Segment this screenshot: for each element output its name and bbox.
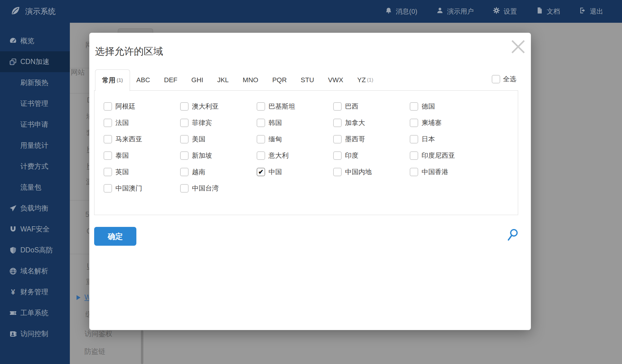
region-checkbox[interactable] (333, 102, 342, 111)
region-checkbox[interactable] (333, 151, 342, 160)
region-checkbox[interactable] (333, 135, 342, 143)
region-checkbox[interactable] (180, 135, 189, 143)
sidebar-item-5[interactable]: 用量统计 (0, 135, 70, 156)
sidebar-item-label: 访问控制 (20, 329, 48, 339)
brand[interactable]: 演示系统 (0, 5, 56, 18)
tab-GHI[interactable]: GHI (185, 76, 211, 84)
sidebar-item-3[interactable]: 证书管理 (0, 93, 70, 114)
region-item-24[interactable]: 中国香港 (410, 164, 486, 180)
gear-icon (493, 7, 500, 16)
region-checkbox[interactable] (410, 135, 418, 143)
region-checkbox[interactable] (410, 151, 418, 160)
region-item-4[interactable]: 德国 (410, 98, 486, 115)
region-checkbox[interactable] (333, 119, 342, 127)
region-checkbox[interactable] (410, 119, 418, 127)
region-checkbox[interactable] (257, 119, 265, 127)
region-item-7[interactable]: 韩国 (257, 115, 333, 131)
region-item-19[interactable]: 印度尼西亚 (410, 147, 486, 164)
sidebar-item-14[interactable]: 访问控制 (0, 323, 70, 344)
region-item-15[interactable]: 泰国 (104, 147, 180, 164)
region-item-0[interactable]: 阿根廷 (104, 98, 180, 115)
leaf-logo-icon (10, 5, 21, 18)
region-item-17[interactable]: 意大利 (257, 147, 333, 164)
region-item-26[interactable]: 中国台湾 (180, 180, 257, 197)
region-item-11[interactable]: 美国 (180, 131, 257, 147)
select-all-checkbox[interactable] (492, 75, 500, 83)
region-checkbox[interactable] (104, 184, 112, 193)
sidebar-item-label: 概览 (20, 36, 34, 46)
region-item-18[interactable]: 印度 (333, 147, 410, 164)
region-item-22[interactable]: ✔中国 (257, 164, 333, 180)
region-item-5[interactable]: 法国 (104, 115, 180, 131)
tab-VWX[interactable]: VWX (322, 76, 351, 84)
tab-label: MNO (243, 76, 258, 84)
nav-item-4[interactable]: 退出 (579, 7, 603, 16)
background-scrollbar[interactable] (141, 330, 143, 364)
region-checkbox[interactable] (104, 168, 112, 176)
close-icon[interactable] (510, 39, 526, 55)
region-checkbox[interactable] (104, 135, 112, 143)
region-item-10[interactable]: 马来西亚 (104, 131, 180, 147)
region-checkbox[interactable] (410, 102, 418, 111)
sidebar-item-0[interactable]: 概览 (0, 30, 70, 51)
nav-item-2[interactable]: 设置 (493, 7, 517, 16)
tab-JKL[interactable]: JKL (211, 76, 236, 84)
sidebar-item-6[interactable]: 计费方式 (0, 156, 70, 177)
nav-item-0[interactable]: 消息(0) (385, 7, 417, 16)
sidebar-item-13[interactable]: 工单系统 (0, 302, 70, 323)
region-checkbox[interactable] (104, 102, 112, 111)
sidebar-item-7[interactable]: 流量包 (0, 177, 70, 198)
tab-DEF[interactable]: DEF (158, 76, 185, 84)
sidebar-item-1[interactable]: CDN加速 (0, 51, 70, 72)
tab-MNO[interactable]: MNO (236, 76, 266, 84)
region-checkbox[interactable] (257, 102, 265, 111)
region-checkbox[interactable] (180, 184, 189, 193)
sidebar-item-label: 计费方式 (20, 162, 48, 171)
region-checkbox[interactable] (410, 168, 418, 176)
region-checkbox[interactable]: ✔ (257, 168, 265, 176)
tab-常用[interactable]: 常用(1) (95, 69, 130, 91)
sidebar-item-8[interactable]: 负载均衡 (0, 198, 70, 219)
region-item-6[interactable]: 菲律宾 (180, 115, 257, 131)
confirm-button[interactable]: 确定 (94, 227, 136, 246)
region-item-1[interactable]: 澳大利亚 (180, 98, 257, 115)
region-item-13[interactable]: 墨西哥 (333, 131, 410, 147)
sidebar-item-2[interactable]: 刷新预热 (0, 72, 70, 93)
tab-STU[interactable]: STU (294, 76, 322, 84)
region-checkbox[interactable] (180, 168, 189, 176)
region-item-9[interactable]: 柬埔寨 (410, 115, 486, 131)
region-item-25[interactable]: 中国澳门 (104, 180, 180, 197)
nav-item-label: 消息(0) (396, 7, 417, 16)
tab-PQR[interactable]: PQR (266, 76, 294, 84)
sidebar-item-10[interactable]: DDoS高防 (0, 240, 70, 261)
nav-item-3[interactable]: 文档 (536, 7, 560, 16)
tab-label: GHI (191, 76, 203, 84)
sidebar-item-9[interactable]: WAF安全 (0, 219, 70, 240)
region-item-12[interactable]: 缅甸 (257, 131, 333, 147)
region-item-14[interactable]: 日本 (410, 131, 486, 147)
tab-ABC[interactable]: ABC (130, 76, 158, 84)
region-item-8[interactable]: 加拿大 (333, 115, 410, 131)
search-icon[interactable] (507, 229, 518, 241)
region-item-20[interactable]: 英国 (104, 164, 180, 180)
region-checkbox[interactable] (180, 151, 189, 160)
region-item-23[interactable]: 中国内地 (333, 164, 410, 180)
region-checkbox[interactable] (104, 119, 112, 127)
region-label: 印度尼西亚 (422, 151, 455, 160)
sidebar-item-4[interactable]: 证书申请 (0, 114, 70, 135)
select-all[interactable]: 全选 (492, 75, 516, 84)
region-item-21[interactable]: 越南 (180, 164, 257, 180)
region-item-2[interactable]: 巴基斯坦 (257, 98, 333, 115)
region-checkbox[interactable] (180, 102, 189, 111)
region-item-3[interactable]: 巴西 (333, 98, 410, 115)
sidebar-item-12[interactable]: ¥财务管理 (0, 281, 70, 302)
region-checkbox[interactable] (257, 135, 265, 143)
region-checkbox[interactable] (333, 168, 342, 176)
tab-YZ[interactable]: YZ(1) (351, 76, 380, 84)
region-checkbox[interactable] (180, 119, 189, 127)
sidebar-item-11[interactable]: 域名解析 (0, 261, 70, 281)
nav-item-1[interactable]: 演示用户 (436, 7, 474, 16)
region-item-16[interactable]: 新加坡 (180, 147, 257, 164)
region-checkbox[interactable] (257, 151, 265, 160)
region-checkbox[interactable] (104, 151, 112, 160)
